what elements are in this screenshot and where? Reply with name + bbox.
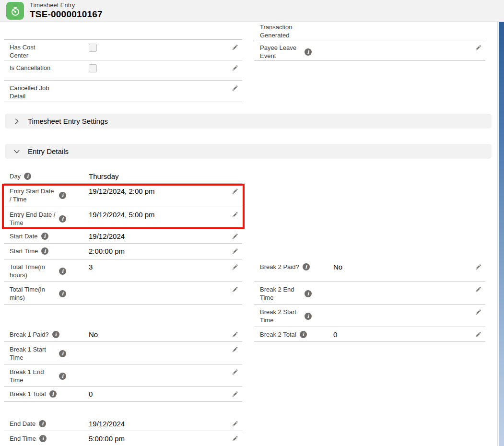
field-value: No: [333, 263, 471, 271]
edit-break2-end-time-button[interactable]: [471, 285, 485, 293]
field-value: 5:00:00 pm: [89, 434, 228, 443]
field-label: Break 1 Total i: [10, 390, 89, 398]
edit-payee-leave-event-button[interactable]: [471, 44, 485, 51]
field-value: 0: [89, 390, 228, 399]
field-label: Transaction Generated: [260, 23, 333, 39]
field-row-start-time: Start Time i 2:00:00 pm: [4, 244, 242, 259]
field-value: 19/12/2024: [89, 232, 228, 241]
entry-details-right-column: Break 2 Paid? i No Break 2 End Time i Br…: [254, 169, 485, 342]
field-label-text: Break 1 Start Time: [10, 345, 56, 362]
info-icon[interactable]: i: [41, 233, 48, 240]
edit-is-cancellation-button[interactable]: [228, 64, 242, 71]
field-label-text: Break 2 Total: [260, 330, 296, 339]
edit-break1-start-time-button[interactable]: [228, 345, 242, 353]
field-row-total-time-mins: Total Time(in mins) i: [4, 282, 242, 305]
field-label: Break 1 Start Time i: [10, 345, 89, 362]
field-row-start-date: Start Date i 19/12/2024: [4, 229, 242, 244]
edit-break2-paid-button[interactable]: [471, 263, 485, 270]
info-icon[interactable]: i: [39, 435, 47, 442]
field-value: 0: [333, 330, 471, 339]
field-label: Day i: [10, 172, 89, 180]
field-label-text: End Time: [10, 434, 36, 443]
field-label-text: Break 2 End Time: [260, 285, 301, 302]
field-label: Break 2 Total i: [260, 330, 333, 339]
info-icon[interactable]: i: [59, 268, 66, 275]
section-title: Entry Details: [28, 147, 69, 155]
field-row-break1-end-time: Break 1 End Time i: [4, 364, 242, 387]
info-icon[interactable]: i: [24, 173, 31, 180]
edit-break1-end-time-button[interactable]: [228, 368, 242, 376]
info-icon[interactable]: i: [59, 373, 66, 380]
field-label-text: Transaction Generated: [260, 23, 301, 39]
section-timesheet-entry-settings[interactable]: Timesheet Entry Settings: [5, 114, 492, 129]
edit-has-cost-center-button[interactable]: [228, 43, 242, 51]
field-value: No: [89, 330, 228, 339]
field-label: Break 2 Paid? i: [260, 263, 333, 271]
edit-break1-paid-button[interactable]: [228, 330, 242, 338]
edit-start-date-button[interactable]: [228, 232, 242, 240]
stopwatch-icon: [6, 2, 24, 20]
field-row-transaction-generated: Transaction Generated: [254, 22, 485, 40]
field-label: Break 1 Paid? i: [10, 330, 89, 339]
field-label-text: Has Cost Center: [10, 43, 56, 59]
field-row-empty: [254, 244, 485, 259]
edit-total-time-hours-button[interactable]: [228, 263, 242, 270]
record-name: TSE-0000010167: [30, 9, 103, 20]
field-label: Is Cancellation: [10, 64, 89, 72]
field-label: Total Time(in hours) i: [10, 263, 89, 279]
field-row-has-cost-center: Has Cost Center: [4, 40, 242, 60]
field-row-clipped: [4, 22, 242, 40]
info-icon[interactable]: i: [59, 350, 66, 357]
field-row-total-time-hours: Total Time(in hours) i 3: [4, 259, 242, 282]
edit-end-date-button[interactable]: [228, 420, 242, 427]
field-label: End Date i: [10, 420, 89, 428]
field-row-entry-start-datetime: Entry Start Date / Time i 19/12/2024, 2:…: [4, 184, 242, 207]
field-label-text: Break 1 End Time: [10, 368, 56, 384]
edit-break2-start-time-button[interactable]: [471, 308, 485, 316]
field-row-payee-leave-event: Payee Leave Event i: [254, 40, 485, 61]
field-value: 2:00:00 pm: [89, 247, 228, 256]
info-icon[interactable]: i: [300, 331, 307, 338]
edit-total-time-mins-button[interactable]: [228, 285, 242, 293]
field-label-text: Break 1 Total: [10, 390, 46, 398]
field-value: 19/12/2024: [89, 420, 228, 428]
field-row-empty: [254, 207, 485, 229]
field-row-end-time: End Time i 5:00:00 pm: [4, 431, 242, 446]
field-label-text: Is Cancellation: [10, 64, 50, 72]
edit-end-time-button[interactable]: [228, 434, 242, 442]
content-edge-divider: [497, 22, 498, 446]
info-icon[interactable]: i: [41, 247, 48, 255]
info-icon[interactable]: i: [305, 290, 312, 297]
info-icon[interactable]: i: [59, 215, 66, 223]
edit-break1-total-button[interactable]: [228, 390, 242, 398]
has-cost-center-checkbox: [89, 44, 97, 52]
section-title: Timesheet Entry Settings: [28, 117, 108, 125]
section-entry-details[interactable]: Entry Details: [5, 144, 492, 159]
info-icon[interactable]: i: [39, 420, 46, 427]
timesheet-entry-record-page: Timesheet Entry TSE-0000010167 Has Cost …: [0, 0, 504, 446]
field-row-end-date: End Date i 19/12/2024: [4, 416, 242, 431]
field-row-day: Day i Thursday: [4, 169, 242, 184]
info-icon[interactable]: i: [305, 313, 312, 320]
field-label-text: Break 1 Paid?: [10, 330, 49, 339]
info-icon[interactable]: i: [52, 331, 59, 338]
edit-break2-total-button[interactable]: [471, 330, 485, 338]
field-label-text: End Date: [10, 420, 35, 428]
entry-details-left-column: Day i Thursday Entry Start Date / Time i…: [4, 169, 242, 446]
info-icon[interactable]: i: [49, 390, 57, 398]
object-label: Timesheet Entry: [30, 2, 103, 9]
info-icon[interactable]: i: [305, 48, 312, 56]
info-icon[interactable]: i: [303, 263, 310, 270]
info-icon[interactable]: i: [59, 290, 66, 297]
edit-start-time-button[interactable]: [228, 247, 242, 255]
edit-entry-start-datetime-button[interactable]: [228, 187, 242, 195]
edit-entry-end-datetime-button[interactable]: [228, 211, 242, 218]
field-row-cancelled-job-detail: Cancelled Job Detail: [4, 81, 242, 102]
field-label: Break 2 End Time i: [260, 285, 333, 302]
edit-cancelled-job-detail-button[interactable]: [228, 84, 242, 92]
info-icon[interactable]: i: [59, 192, 66, 199]
field-label-text: Break 2 Start Time: [260, 308, 301, 324]
field-value: 19/12/2024, 5:00 pm: [89, 211, 228, 219]
field-row-is-cancellation: Is Cancellation: [4, 60, 242, 81]
field-row-empty: [254, 169, 485, 184]
